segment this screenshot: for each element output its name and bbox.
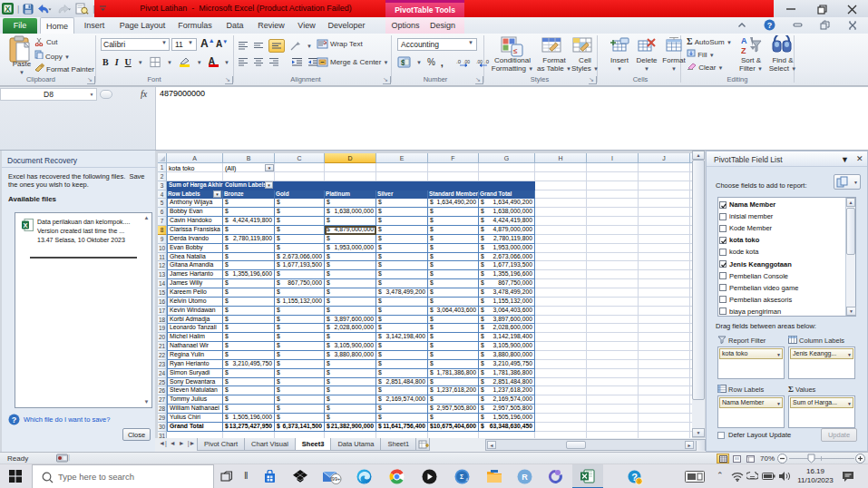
svg-text:?: ?	[12, 415, 17, 425]
svg-text:?: ?	[767, 21, 773, 30]
svg-text:X: X	[23, 221, 27, 229]
svg-text:.0: .0	[456, 59, 462, 64]
svg-text:Σ: Σ	[460, 473, 463, 480]
svg-text:.00: .00	[463, 59, 470, 64]
svg-text:A: A	[741, 36, 747, 45]
svg-text:99+: 99+	[332, 476, 340, 482]
svg-text:X: X	[5, 5, 10, 14]
svg-text:.0: .0	[484, 59, 490, 64]
svg-text:R: R	[522, 473, 528, 482]
svg-text:Z: Z	[741, 46, 746, 55]
svg-text:≤: ≤	[513, 47, 518, 55]
